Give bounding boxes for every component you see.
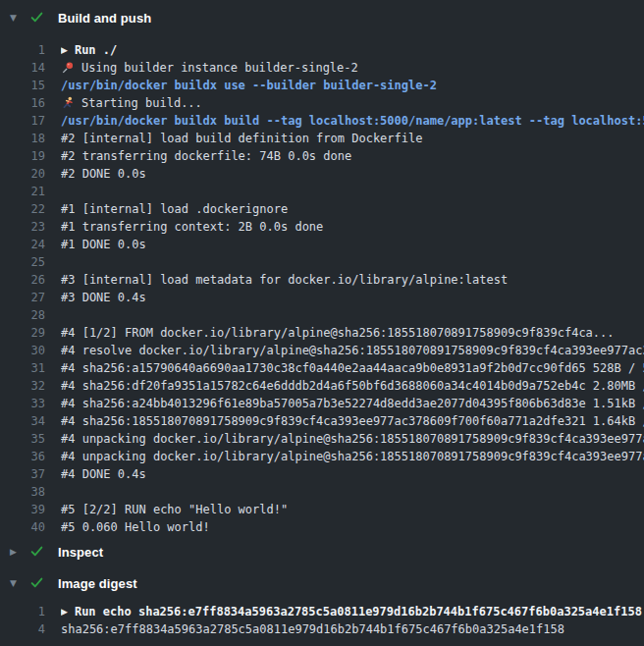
- section-inspect: ▶Inspect: [0, 536, 644, 567]
- runner-icon: [61, 96, 75, 110]
- expand-group-icon[interactable]: ▶: [61, 603, 68, 620]
- line-number[interactable]: 29: [0, 324, 45, 342]
- log-line: 21: [0, 183, 644, 200]
- line-number[interactable]: 1: [0, 41, 45, 59]
- line-number[interactable]: 23: [0, 218, 45, 236]
- section-header-inspect[interactable]: ▶Inspect: [0, 536, 644, 567]
- line-number[interactable]: 16: [0, 94, 45, 112]
- log-line: 24#1 DONE 0.0s: [0, 236, 644, 253]
- log-line: 4sha256:e7ff8834a5963a2785c5a0811e979d16…: [0, 620, 644, 638]
- log-text: #1 transferring context: 2B 0.0s done: [61, 218, 644, 236]
- line-number[interactable]: 18: [0, 130, 45, 147]
- log-line: 39#5 [2/2] RUN echo "Hello world!": [0, 501, 644, 518]
- line-number[interactable]: 38: [0, 483, 45, 501]
- log-text-content: #3 [internal] load metadata for docker.i…: [61, 271, 508, 289]
- log-text: #2 [internal] load build definition from…: [61, 130, 644, 147]
- log-line: 36#4 unpacking docker.io/library/alpine@…: [0, 448, 644, 465]
- check-icon: [29, 10, 45, 26]
- log-text: sha256:e7ff8834a5963a2785c5a0811e979d16b…: [61, 620, 644, 638]
- pushpin-icon: [61, 61, 75, 75]
- line-number[interactable]: 35: [0, 430, 45, 448]
- log-text-content: #1 [internal] load .dockerignore: [61, 200, 288, 218]
- line-number[interactable]: 32: [0, 377, 45, 395]
- log-text: ▶Run ./: [61, 41, 644, 59]
- log-text-content: #5 0.060 Hello world!: [61, 518, 210, 536]
- line-number[interactable]: 21: [0, 183, 45, 200]
- line-number[interactable]: 31: [0, 359, 45, 377]
- line-number[interactable]: 37: [0, 465, 45, 483]
- line-number[interactable]: 26: [0, 271, 45, 289]
- log-text-content: #1 DONE 0.0s: [61, 236, 146, 253]
- log-text: #1 [internal] load .dockerignore: [61, 200, 644, 218]
- log-text-content: Run echo sha256:e7ff8834a5963a2785c5a081…: [75, 603, 642, 620]
- log-text-content: Starting build...: [81, 94, 202, 112]
- log-line: 35#4 unpacking docker.io/library/alpine@…: [0, 430, 644, 448]
- log-text: #4 [1/2] FROM docker.io/library/alpine@s…: [61, 324, 644, 342]
- log-lines: 1▶Run ./14Using builder instance builder…: [0, 35, 644, 536]
- log-line: 14Using builder instance builder-single-…: [0, 59, 644, 77]
- log-text: #3 [internal] load metadata for docker.i…: [61, 271, 644, 289]
- log-text: #5 0.060 Hello world!: [61, 518, 644, 536]
- line-number[interactable]: 27: [0, 289, 45, 306]
- line-number[interactable]: 39: [0, 501, 45, 518]
- line-number[interactable]: 4: [0, 620, 45, 638]
- log-lines: 1▶Run echo sha256:e7ff8834a5963a2785c5a0…: [0, 599, 644, 646]
- line-number[interactable]: 28: [0, 306, 45, 324]
- section-title: Image digest: [58, 576, 137, 591]
- log-line: 27#3 DONE 0.4s: [0, 289, 644, 306]
- log-line: 16Starting build...: [0, 94, 644, 112]
- log-text: #2 transferring dockerfile: 74B 0.0s don…: [61, 147, 644, 165]
- section-header-build-and-push[interactable]: ▼Build and push: [0, 0, 644, 35]
- section-header-image-digest[interactable]: ▼Image digest: [0, 567, 644, 599]
- chevron-down-icon[interactable]: ▼: [10, 579, 27, 588]
- log-text-content: #4 DONE 0.4s: [61, 465, 146, 483]
- log-text-content: /usr/bin/docker buildx use --builder bui…: [61, 77, 437, 94]
- log-text-content: Run ./: [75, 41, 117, 59]
- line-number[interactable]: 19: [0, 147, 45, 165]
- line-number[interactable]: 24: [0, 236, 45, 253]
- log-line: 15/usr/bin/docker buildx use --builder b…: [0, 77, 644, 94]
- line-number[interactable]: 15: [0, 77, 45, 94]
- log-line: 37#4 DONE 0.4s: [0, 465, 644, 483]
- line-number[interactable]: 17: [0, 112, 45, 130]
- log-text-content: #4 unpacking docker.io/library/alpine@sh…: [61, 448, 644, 465]
- log-text-content: /usr/bin/docker buildx build --tag local…: [61, 112, 644, 130]
- log-text-content: #4 [1/2] FROM docker.io/library/alpine@s…: [61, 324, 615, 342]
- log-text: #4 unpacking docker.io/library/alpine@sh…: [61, 448, 644, 465]
- log-line: 22#1 [internal] load .dockerignore: [0, 200, 644, 218]
- log-text-content: #1 transferring context: 2B 0.0s done: [61, 218, 323, 236]
- log-text-content: #3 DONE 0.4s: [61, 289, 146, 306]
- line-number[interactable]: 34: [0, 412, 45, 430]
- line-number[interactable]: 36: [0, 448, 45, 465]
- line-number[interactable]: 20: [0, 165, 45, 183]
- log-text: #2 DONE 0.0s: [61, 165, 644, 183]
- line-number[interactable]: 14: [0, 59, 45, 77]
- log-text-content: #2 [internal] load build definition from…: [61, 130, 422, 147]
- line-number[interactable]: 30: [0, 342, 45, 359]
- check-icon: [29, 544, 45, 560]
- line-number[interactable]: 25: [0, 253, 45, 271]
- log-text: Starting build...: [61, 94, 644, 112]
- log-line: 20#2 DONE 0.0s: [0, 165, 644, 183]
- section-title: Inspect: [58, 545, 103, 560]
- log-line: 25: [0, 253, 644, 271]
- log-line: 33#4 sha256:a24bb4013296f61e89ba57005a7b…: [0, 395, 644, 412]
- line-number[interactable]: 22: [0, 200, 45, 218]
- log-text-content: #5 [2/2] RUN echo "Hello world!": [61, 501, 288, 518]
- log-text: /usr/bin/docker buildx build --tag local…: [61, 112, 644, 130]
- log-line: 38: [0, 483, 644, 501]
- line-number[interactable]: 33: [0, 395, 45, 412]
- expand-group-icon[interactable]: ▶: [61, 41, 68, 59]
- log-text: #4 sha256:a24bb4013296f61e89ba57005a7b3e…: [61, 395, 644, 412]
- chevron-right-icon[interactable]: ▶: [10, 548, 27, 557]
- log-text-content: Using builder instance builder-single-2: [81, 59, 358, 77]
- line-number[interactable]: 40: [0, 518, 45, 536]
- chevron-down-icon[interactable]: ▼: [10, 14, 27, 23]
- log-line: 19#2 transferring dockerfile: 74B 0.0s d…: [0, 147, 644, 165]
- line-number[interactable]: 1: [0, 603, 45, 620]
- log-text-content: sha256:e7ff8834a5963a2785c5a0811e979d16b…: [61, 620, 564, 638]
- log-line: 29#4 [1/2] FROM docker.io/library/alpine…: [0, 324, 644, 342]
- log-line: 28: [0, 306, 644, 324]
- log-text-content: #4 sha256:a15790640a6690aa1730c38cf0a440…: [61, 359, 644, 377]
- log-text-content: #4 unpacking docker.io/library/alpine@sh…: [61, 430, 644, 448]
